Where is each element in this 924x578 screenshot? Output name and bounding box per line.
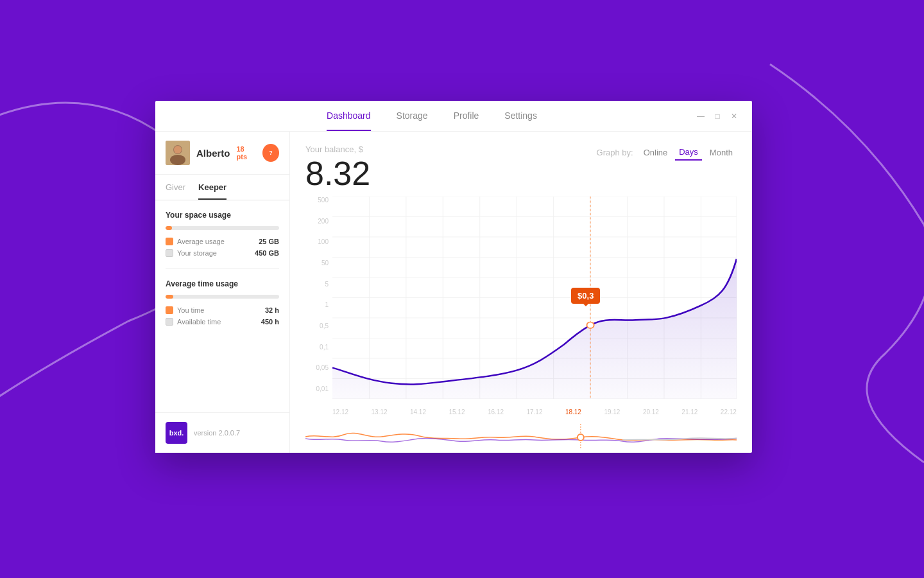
balance-section: Your balance, $ 8.32 [305,144,370,190]
maximize-button[interactable]: □ [712,111,723,121]
y-axis: 500 200 100 50 5 1 0,5 0,1 0,05 0,01 [305,197,332,392]
tab-settings[interactable]: Settings [504,101,537,131]
main-content: Alberto 18 pts ? Giver Keeper Your space… [155,132,752,453]
time-progress-bar [166,295,279,299]
avg-usage-icon [166,238,173,245]
chart-panel: Your balance, $ 8.32 Graph by: Online Da… [290,132,752,453]
graph-month-btn[interactable]: Month [706,145,737,160]
graph-days-btn[interactable]: Days [675,144,702,161]
space-progress-fill [166,226,172,230]
user-header: Alberto 18 pts ? [155,132,289,175]
nav-tabs: Dashboard Storage Profile Settings [168,101,696,131]
window-controls: — □ ✕ [696,111,739,121]
x-label-1712: 17.12 [526,408,542,416]
avg-usage-row: Average usage 25 GB [166,238,279,245]
space-progress-bar [166,226,279,230]
y-label-1: 1 [305,301,332,308]
svg-point-29 [578,434,584,441]
user-name: Alberto [196,148,230,159]
tab-dashboard[interactable]: Dashboard [327,101,371,131]
avail-time-value: 450 h [261,318,279,326]
you-time-icon [166,306,173,314]
pts-badge: ? [262,144,279,162]
x-label-2212: 22.12 [721,408,737,416]
y-label-05: 0,5 [305,322,332,329]
y-label-5: 5 [305,281,332,288]
role-tab-giver[interactable]: Giver [166,182,185,200]
time-usage-section: Average time usage You time 32 h Availab… [155,269,289,337]
chart-plot: $0,3 [332,197,737,399]
mini-chart [305,421,737,453]
role-tabs: Giver Keeper [155,175,289,200]
avg-usage-value: 25 GB [259,238,279,245]
y-label-50: 50 [305,259,332,267]
graph-by-label: Graph by: [597,148,633,157]
your-storage-icon [166,249,173,257]
avail-time-icon [166,318,173,326]
balance-value: 8.32 [305,157,370,190]
time-progress-fill [166,295,173,299]
minimize-button[interactable]: — [696,111,706,121]
role-tab-keeper[interactable]: Keeper [198,182,227,200]
x-label-1212: 12.12 [332,408,348,416]
close-button[interactable]: ✕ [729,111,739,121]
sidebar-footer: bxd. version 2.0.0.7 [155,412,289,453]
app-window: Dashboard Storage Profile Settings — □ ✕ [155,101,752,453]
x-axis: 12.12 13.12 14.12 15.12 16.12 17.12 18.1… [332,408,737,416]
chart-container: 500 200 100 50 5 1 0,5 0,1 0,05 0,01 [305,197,737,418]
you-time-row: You time 32 h [166,306,279,314]
tab-profile[interactable]: Profile [454,101,479,131]
title-bar: Dashboard Storage Profile Settings — □ ✕ [155,101,752,132]
y-label-200: 200 [305,218,332,225]
y-label-500: 500 [305,197,332,204]
avail-time-row: Available time 450 h [166,318,279,326]
avail-time-label: Available time [177,318,257,326]
your-storage-value: 450 GB [255,249,279,257]
graph-controls: Graph by: Online Days Month [597,144,737,161]
x-label-2112: 21.12 [681,408,697,416]
space-usage-title: Your space usage [166,211,279,220]
x-label-2012: 20.12 [643,408,659,416]
your-storage-label: Your storage [177,249,251,257]
svg-point-3 [174,146,182,153]
balance-label: Your balance, $ [305,144,370,154]
svg-point-2 [170,155,185,165]
space-usage-section: Your space usage Average usage 25 GB You… [155,200,289,268]
logo: bxd. [166,422,187,444]
x-label-1312: 13.12 [371,408,387,416]
chart-header: Your balance, $ 8.32 Graph by: Online Da… [305,144,737,190]
x-label-1912: 19.12 [604,408,620,416]
y-label-01: 0,1 [305,344,332,351]
y-label-001: 0,01 [305,385,332,392]
avatar [166,141,190,165]
svg-text:?: ? [269,150,273,156]
you-time-label: You time [177,306,261,314]
you-time-value: 32 h [265,306,279,314]
tab-storage[interactable]: Storage [397,101,428,131]
x-label-1812: 18.12 [565,408,581,416]
version-text: version 2.0.0.7 [194,429,240,437]
avg-usage-label: Average usage [177,238,255,245]
x-label-1612: 16.12 [488,408,504,416]
pts-label: 18 pts [237,145,256,161]
y-label-005: 0,05 [305,364,332,371]
left-panel: Alberto 18 pts ? Giver Keeper Your space… [155,132,290,453]
your-storage-row: Your storage 450 GB [166,249,279,257]
x-label-1412: 14.12 [410,408,426,416]
x-label-1512: 15.12 [449,408,465,416]
time-usage-title: Average time usage [166,279,279,288]
y-label-100: 100 [305,238,332,245]
graph-online-btn[interactable]: Online [640,145,672,160]
svg-point-28 [587,322,594,328]
